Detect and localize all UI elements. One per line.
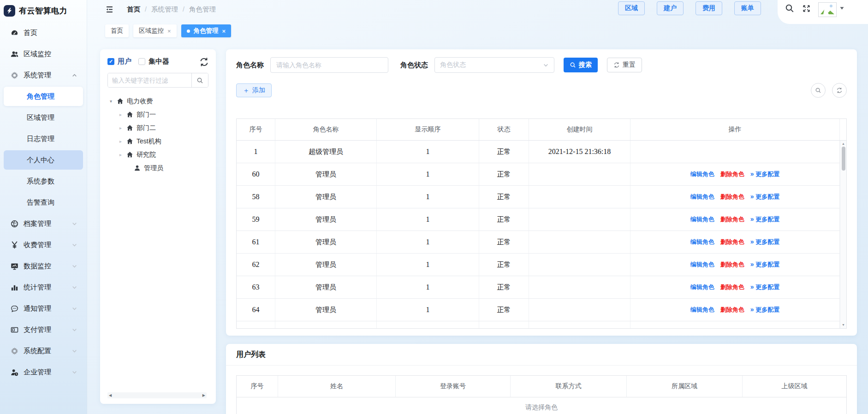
sidebar-subitem-区域管理[interactable]: 区域管理	[4, 108, 83, 127]
search-icon[interactable]	[785, 4, 794, 13]
scroll-down-icon[interactable]: ▼	[842, 322, 845, 328]
fullscreen-icon[interactable]	[803, 5, 810, 12]
tree-filter-search-icon[interactable]	[191, 73, 208, 87]
quick-button-区域[interactable]: 区域	[618, 1, 645, 15]
caret-down-icon[interactable]: ▾	[108, 99, 113, 104]
sidebar-item-统计管理[interactable]: 统计管理	[4, 278, 83, 297]
sidebar-item-数据监控[interactable]: 数据监控	[4, 256, 83, 276]
users-icon	[10, 50, 18, 58]
role-order-cell: 1	[377, 299, 479, 321]
tree-horizontal-scrollbar[interactable]: ◀ ▶	[107, 392, 207, 398]
edit-role-link[interactable]: 编辑角色	[690, 260, 714, 269]
delete-role-link[interactable]: 删除角色	[720, 306, 744, 314]
more-config-link[interactable]: » 更多配置	[750, 283, 779, 291]
tab-label: 首页	[111, 27, 123, 35]
edit-role-link[interactable]: 编辑角色	[690, 306, 714, 314]
role-order-cell: 1	[377, 186, 479, 208]
tree-filter-input[interactable]	[108, 73, 191, 87]
sidebar-subitem-角色管理[interactable]: 角色管理	[4, 87, 83, 106]
tab-区域监控[interactable]: 区域监控×	[133, 24, 177, 37]
menu-fold-icon[interactable]	[105, 6, 114, 13]
checkbox-label-集中器[interactable]: 集中器	[149, 57, 169, 66]
tree-node-研究院[interactable]: ▸研究院	[107, 148, 208, 161]
sidebar-item-区域监控[interactable]: 区域监控	[4, 44, 83, 64]
checkbox-集中器[interactable]	[138, 58, 145, 65]
role-id-cell: 60	[237, 163, 275, 185]
user-column-上级区域: 上级区域	[743, 376, 846, 397]
sidebar-item-档案管理[interactable]: 档案管理	[4, 214, 83, 233]
sidebar-item-系统配置[interactable]: 系统配置	[4, 341, 83, 361]
avatar[interactable]	[818, 2, 837, 17]
caret-down-icon[interactable]	[839, 6, 844, 10]
breadcrumb-item[interactable]: 首页	[127, 5, 140, 14]
sidebar-subitem-系统参数[interactable]: 系统参数	[4, 172, 83, 191]
role-created-cell	[529, 186, 630, 208]
tree-node-部门一[interactable]: ▸部门一	[107, 108, 208, 121]
role-name-cell: 管理员	[275, 299, 377, 321]
sidebar-item-系统管理[interactable]: 系统管理	[4, 65, 83, 85]
tab-首页[interactable]: 首页	[105, 24, 129, 37]
user-table: 序号姓名登录账号联系方式所属区域上级区域 请选择角色	[236, 375, 847, 414]
house-icon	[126, 124, 133, 131]
more-config-link[interactable]: » 更多配置	[750, 215, 779, 224]
quick-button-费用[interactable]: 费用	[696, 1, 722, 15]
caret-right-icon[interactable]: ▸	[118, 112, 123, 117]
reset-button[interactable]: 重置	[607, 58, 642, 72]
breadcrumb-item[interactable]: 系统管理	[151, 5, 178, 14]
checkbox-label-用户[interactable]: 用户	[118, 57, 131, 66]
caret-right-icon[interactable]: ▸	[118, 152, 123, 157]
edit-role-link[interactable]: 编辑角色	[690, 283, 714, 291]
table-vertical-scrollbar[interactable]: ▲ ▼	[840, 141, 846, 328]
add-role-button[interactable]: ＋ 添加	[236, 83, 272, 97]
delete-role-link[interactable]: 删除角色	[720, 215, 744, 224]
tree-node-Test机构[interactable]: ▸Test机构	[107, 135, 208, 148]
close-icon[interactable]: ×	[167, 28, 171, 35]
caret-right-icon[interactable]: ▸	[118, 125, 123, 130]
scroll-right-icon[interactable]: ▶	[202, 393, 205, 397]
edit-role-link[interactable]: 编辑角色	[690, 215, 714, 224]
caret-right-icon[interactable]: ▸	[118, 139, 123, 144]
role-table-header: 序号角色名称显示顺序状态创建时间操作	[237, 119, 846, 141]
breadcrumb-item[interactable]: 角色管理	[189, 5, 216, 14]
edit-role-link[interactable]: 编辑角色	[690, 238, 714, 246]
checkbox-用户[interactable]: ✓	[107, 58, 114, 65]
delete-role-link[interactable]: 删除角色	[720, 193, 744, 201]
tab-角色管理[interactable]: 角色管理×	[181, 24, 232, 37]
sidebar-item-首页[interactable]: 首页	[4, 23, 83, 42]
delete-role-link[interactable]: 删除角色	[720, 170, 744, 178]
sidebar-subitem-个人中心[interactable]: 个人中心	[4, 150, 83, 170]
refresh-icon[interactable]	[199, 57, 209, 67]
tree-node-管理员[interactable]: 管理员	[107, 161, 208, 175]
more-config-link[interactable]: » 更多配置	[750, 306, 779, 314]
sidebar-item-支付管理[interactable]: 支付管理	[4, 320, 83, 339]
more-config-link[interactable]: » 更多配置	[750, 260, 779, 269]
tree-node-部门二[interactable]: ▸部门二	[107, 121, 208, 135]
scrollbar-thumb[interactable]	[842, 147, 845, 171]
edit-role-link[interactable]: 编辑角色	[690, 170, 714, 178]
more-config-link[interactable]: » 更多配置	[750, 193, 779, 201]
sidebar-subitem-告警查询[interactable]: 告警查询	[4, 193, 83, 212]
more-config-link[interactable]: » 更多配置	[750, 170, 779, 178]
sidebar-item-通知管理[interactable]: 通知管理	[4, 299, 83, 318]
sidebar-item-企业管理[interactable]: 企业管理	[4, 362, 83, 382]
quick-button-建户[interactable]: 建户	[657, 1, 684, 15]
search-button[interactable]: 搜索	[564, 58, 598, 72]
delete-role-link[interactable]: 删除角色	[720, 238, 744, 246]
sidebar-subitem-日志管理[interactable]: 日志管理	[4, 129, 83, 148]
scroll-left-icon[interactable]: ◀	[109, 393, 112, 397]
user-column-登录账号: 登录账号	[396, 376, 511, 397]
more-config-link[interactable]: » 更多配置	[750, 238, 779, 246]
close-icon[interactable]: ×	[222, 28, 226, 35]
delete-role-link[interactable]: 删除角色	[720, 283, 744, 291]
edit-role-link[interactable]: 编辑角色	[690, 193, 714, 201]
tree-node-电力收费[interactable]: ▾电力收费	[107, 95, 208, 108]
delete-role-link[interactable]: 删除角色	[720, 260, 744, 269]
role-status-select[interactable]: 角色状态	[434, 57, 554, 73]
table-refresh-icon[interactable]	[832, 83, 847, 98]
sidebar-item-收费管理[interactable]: 收费管理	[4, 235, 83, 254]
table-search-icon[interactable]	[811, 83, 826, 98]
role-order-cell: 1	[377, 163, 479, 185]
scroll-up-icon[interactable]: ▲	[842, 141, 845, 147]
quick-button-账单[interactable]: 账单	[734, 1, 761, 15]
role-name-input[interactable]	[270, 57, 388, 73]
